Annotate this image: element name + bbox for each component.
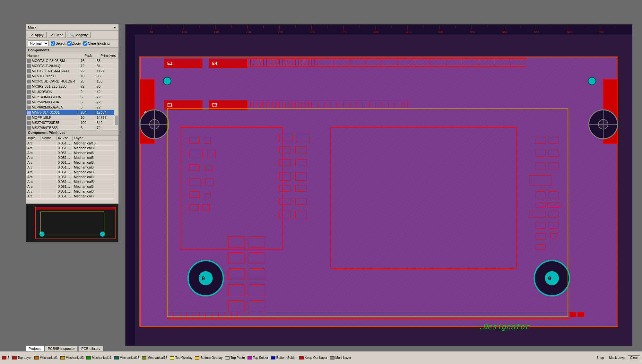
prim-col-layer[interactable]: Layer (73, 135, 118, 141)
prim-name (40, 160, 56, 165)
layer-bot-overlay[interactable]: Bottom Overlay (195, 356, 222, 360)
prim-row[interactable]: Arc 0.051mm Mechanical3 (26, 146, 115, 151)
components-scroll-thumb[interactable] (115, 116, 118, 125)
layer-label-mech13: Mechanical13 (120, 356, 140, 360)
prim-type: Arc (26, 170, 40, 174)
select-checkbox-label[interactable]: Select (51, 41, 65, 46)
prim-row[interactable]: Arc 0.051mm Mechanical3 (26, 189, 115, 194)
prim-layer: Mechanical3 (73, 170, 115, 174)
layer-label-bot-overlay: Bottom Overlay (200, 356, 222, 360)
table-row[interactable]: ML-820S/DN 2 42 (26, 90, 115, 95)
layer-top[interactable]: Top Layer (12, 356, 32, 360)
row-pads: 10 (79, 74, 95, 79)
select-label: Select (56, 41, 65, 45)
row-name: MQPF-18LP (26, 115, 79, 120)
col-primitives[interactable]: Primitives (99, 53, 118, 58)
table-row[interactable]: MICROSD CARD HOLDER 28 133 (26, 79, 115, 84)
table-row[interactable]: MECT-110-01-M-D-RA1 22 1127 (26, 69, 115, 74)
layer-keepout[interactable]: Keep-Out Layer (299, 356, 327, 360)
layer-mech3[interactable]: Mechanical3 (60, 356, 84, 360)
row-primitives: 14767 (95, 115, 115, 120)
table-row-selected[interactable]: MM70-314-31081 284 12634 (26, 110, 115, 115)
row-name: MEV1003055C (26, 74, 79, 79)
zoom-checkbox[interactable] (67, 41, 72, 46)
zoom-label: Zoom (72, 41, 81, 45)
clear-existing-checkbox-label[interactable]: Clear Existing (83, 41, 110, 46)
mode-select[interactable]: Normal Dim Mask (28, 40, 49, 46)
svg-point-152 (588, 77, 596, 85)
table-row[interactable]: MS27484TBB55 6 72 (26, 126, 115, 130)
prim-type: Arc (26, 155, 40, 160)
layer-mech11[interactable]: Mechanical11 (86, 356, 112, 360)
table-row[interactable]: MS27467T23E35 100 342 (26, 120, 115, 126)
panel-dropdown-arrow[interactable]: ▼ (113, 26, 117, 29)
tab-pcb-inspector[interactable]: PCB/IB Inspector (45, 346, 78, 351)
table-row[interactable]: MLP562M035I0A 6 72 (26, 100, 115, 105)
row-pads: 6 (79, 95, 95, 100)
table-row[interactable]: MCOTS-C-28-05-SM 16 33 (26, 58, 115, 64)
pcb-canvas[interactable]: 50 100 150 200 250 300 350 400 450 500 5… (125, 24, 632, 346)
apply-icon: ✓ (31, 33, 34, 37)
prim-layer: Mechanical3 (73, 155, 115, 160)
table-row[interactable]: MCOTS-F-28-N-Q 12 34 (26, 64, 115, 69)
prim-row[interactable]: Arc 0.051mm Mechanical3 (26, 184, 115, 189)
magnify-button[interactable]: 🔍 Magnify (67, 32, 91, 38)
layer-bot-solder[interactable]: Bottom Solder (271, 356, 297, 360)
layer-top-paste[interactable]: Top Paste (225, 356, 245, 360)
prim-col-type[interactable]: Type (26, 135, 40, 141)
tab-projects-label: Projects (29, 347, 41, 351)
table-row[interactable]: MLP143M035I00A 6 72 (26, 95, 115, 100)
layer-top-solder[interactable]: Top Solder (247, 356, 268, 360)
primitives-section-header: Component Primitives (26, 130, 118, 135)
layer-s[interactable]: S (2, 356, 10, 360)
prim-col-xsize[interactable]: X-Size (56, 135, 73, 141)
svg-text:E4: E4 (212, 61, 218, 66)
svg-text:300: 300 (310, 30, 315, 34)
prim-row[interactable]: Arc 0.051mm Mechanical3 (26, 151, 115, 155)
layer-top-overlay[interactable]: Top Overlay (170, 356, 192, 360)
layer-mech13[interactable]: Mechanical13 (114, 356, 140, 360)
prim-row[interactable]: Arc 0.051mm Mechanical3 (26, 165, 115, 170)
layer-mech15[interactable]: Mechanical15 (142, 356, 167, 360)
prim-name (40, 155, 56, 160)
prim-row[interactable]: Arc 0.051mm Mechanical13 (26, 141, 115, 146)
magnify-label: Magnify (75, 33, 88, 37)
apply-button[interactable]: ✓ Apply (28, 32, 47, 38)
table-row[interactable]: MK3P2-031-225-2205 72 70 (26, 84, 115, 89)
layer-color-mech1 (34, 356, 39, 360)
prim-col-name[interactable]: Name (40, 135, 56, 141)
bottom-tabs: Projects PCB/IB Inspector PCB Library (26, 346, 103, 351)
mini-map[interactable] (26, 204, 118, 242)
prim-row[interactable]: Arc 0.051mm Mechanical3 (26, 155, 115, 160)
prim-row[interactable]: Arc 0.051mm Mechanical3 (26, 179, 115, 184)
layer-color-mech11 (86, 356, 91, 360)
col-pads[interactable]: Pads (83, 53, 99, 58)
select-checkbox[interactable] (51, 41, 55, 46)
col-name[interactable]: Name ↑ (26, 53, 83, 58)
tab-projects[interactable]: Projects (26, 346, 44, 351)
layer-color-mech13 (114, 356, 119, 360)
table-row[interactable]: MEV1003055C 10 33 (26, 74, 115, 79)
prim-type: Arc (26, 194, 40, 198)
table-row[interactable]: MQPF-18LP 10 14767 (26, 115, 115, 120)
status-bar: S Top Layer Mechanical1 Mechanical3 Mech… (0, 351, 642, 364)
components-scrollbar[interactable] (115, 58, 118, 130)
layer-label-mech15: Mechanical15 (147, 356, 167, 360)
tab-pcb-library[interactable]: PCB Library (78, 346, 103, 351)
layer-label-top-paste: Top Paste (230, 356, 245, 360)
layer-mech1[interactable]: Mechanical1 (34, 356, 58, 360)
clear-button[interactable]: ✕ Clear (48, 32, 66, 38)
svg-text:50: 50 (150, 30, 153, 34)
prim-row[interactable]: Arc 0.051mm Mechanical3 (26, 170, 115, 175)
layer-multi[interactable]: Multi-Layer (330, 356, 351, 360)
status-clear-button[interactable]: Clear (628, 355, 640, 360)
left-panel: Mask ▼ ✓ Apply ✕ Clear 🔍 Magnify Normal … (26, 24, 119, 242)
prim-row[interactable]: Arc 0.051mm Mechanical3 (26, 160, 115, 165)
prim-row[interactable]: Arc 0.051mm Mechanical3 (26, 194, 115, 199)
zoom-checkbox-label[interactable]: Zoom (67, 41, 81, 46)
prim-row[interactable]: Arc 0.051mm Mechanical3 (26, 175, 115, 179)
prim-layer: Mechanical3 (73, 194, 115, 198)
clear-existing-checkbox[interactable] (83, 41, 87, 46)
table-row[interactable]: MLP662M050EA0A 6 72 (26, 105, 115, 110)
svg-text:650: 650 (534, 30, 539, 34)
